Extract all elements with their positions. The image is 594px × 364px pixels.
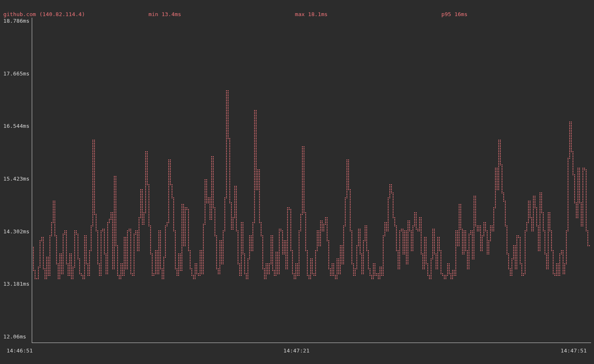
y-axis-label: 17.665ms [3, 70, 29, 77]
stat-max: max 18.1ms [295, 11, 328, 18]
host-label: github.com (140.82.114.4) [3, 11, 85, 18]
stat-p95: p95 16ms [441, 11, 467, 18]
x-axis-label-start: 14:46:51 [7, 347, 33, 354]
terminal-screen: github.com (140.82.114.4) min 13.4ms max… [0, 0, 594, 364]
y-axis-label: 12.06ms [3, 333, 26, 340]
y-axis-line [32, 18, 32, 343]
x-axis-label-middle: 14:47:21 [283, 347, 309, 354]
x-axis-label-end: 14:47:51 [561, 347, 587, 354]
x-axis-line [32, 343, 591, 343]
y-axis-label: 13.181ms [3, 280, 29, 287]
y-axis-label: 14.302ms [3, 228, 29, 235]
stat-min: min 13.4ms [148, 11, 181, 18]
ping-latency-graph [0, 0, 594, 364]
y-axis-label: 15.423ms [3, 175, 29, 182]
y-axis-label: 16.544ms [3, 122, 29, 129]
y-axis-label: 18.786ms [3, 17, 29, 24]
